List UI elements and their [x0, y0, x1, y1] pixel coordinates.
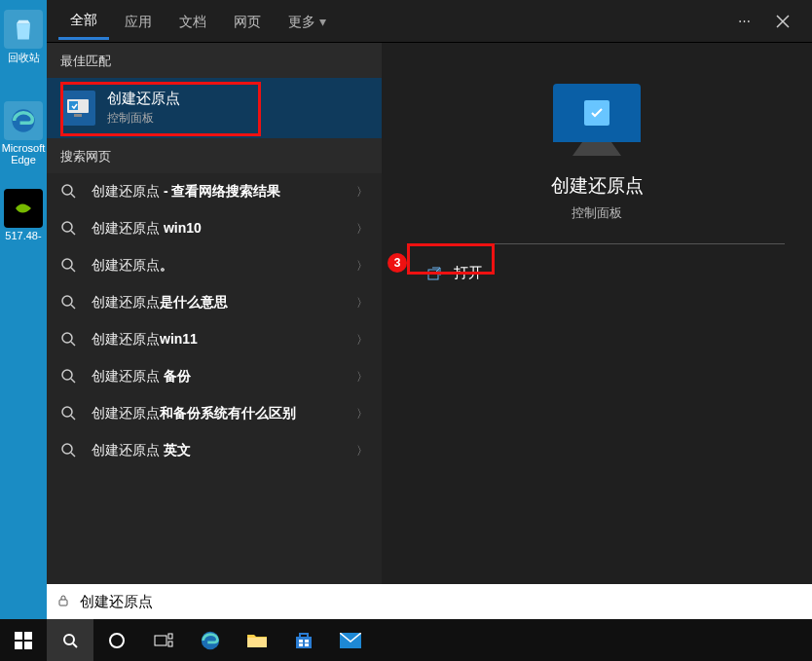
- checkmark-icon: [584, 100, 609, 126]
- best-match-item[interactable]: 创建还原点 控制面板: [47, 78, 382, 138]
- web-result-text: 创建还原点win11: [92, 331, 343, 349]
- control-panel-icon: [60, 91, 95, 126]
- monitor-icon: [553, 84, 641, 142]
- svg-point-11: [62, 444, 72, 454]
- chevron-down-icon: ▾: [319, 14, 326, 29]
- web-result-item[interactable]: 创建还原点win11〉: [47, 321, 382, 358]
- desktop-icon-recycle[interactable]: 回收站: [0, 6, 47, 65]
- preview-title: 创建还原点: [551, 173, 644, 199]
- web-result-item[interactable]: 创建还原点 win10〉: [47, 210, 382, 247]
- desktop-icon-nvidia[interactable]: 517.48-: [0, 185, 47, 241]
- taskbar-store-icon[interactable]: [280, 619, 327, 661]
- search-icon: [60, 220, 78, 238]
- svg-rect-22: [168, 642, 172, 646]
- svg-point-8: [62, 333, 72, 343]
- taskbar-edge-icon[interactable]: [187, 619, 234, 661]
- tab-web[interactable]: 网页: [222, 4, 273, 39]
- desktop-icon-edge[interactable]: Microsoft Edge: [0, 97, 47, 165]
- desktop-label: Microsoft Edge: [0, 142, 47, 165]
- search-icon: [60, 331, 78, 349]
- chevron-right-icon: 〉: [356, 221, 368, 238]
- svg-rect-27: [305, 640, 309, 643]
- web-result-item[interactable]: 创建还原点。〉: [47, 247, 382, 284]
- svg-rect-3: [74, 114, 82, 117]
- best-match-sub: 控制面板: [107, 110, 180, 127]
- svg-rect-16: [15, 642, 22, 649]
- tab-more[interactable]: 更多 ▾: [277, 4, 338, 39]
- svg-rect-25: [296, 637, 312, 648]
- svg-point-9: [62, 370, 72, 380]
- search-tabs: 全部 应用 文档 网页 更多 ▾ ⋯: [47, 0, 812, 43]
- svg-rect-29: [305, 643, 309, 646]
- web-result-item[interactable]: 创建还原点 英文〉: [47, 432, 382, 469]
- svg-point-4: [62, 185, 72, 195]
- svg-point-18: [64, 635, 74, 644]
- chevron-right-icon: 〉: [356, 369, 368, 386]
- more-options-icon[interactable]: ⋯: [726, 4, 761, 39]
- svg-point-10: [62, 407, 72, 417]
- section-best-match: 最佳匹配: [47, 43, 382, 78]
- svg-rect-14: [15, 632, 22, 640]
- desktop-label: 回收站: [0, 51, 47, 65]
- svg-rect-24: [247, 638, 267, 647]
- chevron-right-icon: 〉: [356, 295, 368, 312]
- svg-rect-21: [168, 634, 172, 639]
- svg-rect-28: [299, 643, 303, 646]
- preview-pane: 创建还原点 控制面板 打开: [382, 43, 812, 619]
- best-match-title: 创建还原点: [107, 90, 180, 108]
- svg-rect-26: [299, 640, 303, 643]
- open-action[interactable]: 打开: [409, 254, 785, 292]
- search-icon: [60, 294, 78, 312]
- svg-rect-20: [155, 636, 166, 645]
- nvidia-icon: [4, 189, 43, 228]
- search-panel: 全部 应用 文档 网页 更多 ▾ ⋯ 最佳匹配 创建还原点 控制面板 搜索网页 …: [47, 0, 812, 619]
- svg-point-5: [62, 222, 72, 232]
- search-icon: [60, 368, 78, 386]
- svg-point-6: [62, 259, 72, 269]
- preview-sub: 控制面板: [572, 204, 622, 222]
- web-result-text: 创建还原点 - 查看网络搜索结果: [92, 183, 343, 201]
- recycle-bin-icon: [4, 10, 43, 49]
- results-list: 最佳匹配 创建还原点 控制面板 搜索网页 创建还原点 - 查看网络搜索结果〉创建…: [47, 43, 382, 619]
- web-result-item[interactable]: 创建还原点 备份〉: [47, 358, 382, 395]
- start-button[interactable]: [0, 619, 47, 661]
- web-result-item[interactable]: 创建还原点和备份系统有什么区别〉: [47, 395, 382, 432]
- taskbar: [0, 619, 812, 661]
- svg-rect-15: [24, 632, 32, 640]
- taskbar-taskview-button[interactable]: [140, 619, 187, 661]
- web-result-text: 创建还原点 win10: [92, 220, 343, 238]
- tab-all[interactable]: 全部: [58, 2, 109, 40]
- search-icon: [60, 257, 78, 275]
- tab-apps[interactable]: 应用: [113, 4, 164, 39]
- tab-more-label: 更多: [288, 14, 315, 29]
- web-result-item[interactable]: 创建还原点是什么意思〉: [47, 284, 382, 321]
- search-input[interactable]: [80, 594, 802, 610]
- chevron-right-icon: 〉: [356, 258, 368, 275]
- web-result-text: 创建还原点 备份: [92, 368, 343, 386]
- web-result-text: 创建还原点。: [92, 257, 343, 275]
- desktop-label: 517.48-: [0, 230, 47, 241]
- search-bar: [47, 584, 812, 619]
- taskbar-explorer-icon[interactable]: [234, 619, 280, 661]
- web-result-text: 创建还原点是什么意思: [92, 294, 343, 312]
- chevron-right-icon: 〉: [356, 406, 368, 422]
- chevron-right-icon: 〉: [356, 332, 368, 349]
- web-result-text: 创建还原点 英文: [92, 442, 343, 459]
- open-icon: [426, 266, 442, 281]
- search-icon: [60, 183, 78, 201]
- taskbar-cortana-button[interactable]: [93, 619, 140, 661]
- search-icon: [60, 442, 78, 459]
- section-search-web: 搜索网页: [47, 138, 382, 173]
- search-icon: [60, 405, 78, 422]
- edge-icon: [4, 101, 43, 140]
- svg-point-19: [110, 634, 124, 647]
- svg-point-7: [62, 296, 72, 306]
- taskbar-mail-icon[interactable]: [327, 619, 374, 661]
- web-result-item[interactable]: 创建还原点 - 查看网络搜索结果〉: [47, 173, 382, 210]
- chevron-right-icon: 〉: [356, 443, 368, 459]
- tab-docs[interactable]: 文档: [167, 4, 218, 39]
- taskbar-search-button[interactable]: [47, 619, 93, 661]
- chevron-right-icon: 〉: [356, 184, 368, 201]
- close-icon[interactable]: [765, 4, 800, 39]
- lock-icon: [56, 594, 72, 609]
